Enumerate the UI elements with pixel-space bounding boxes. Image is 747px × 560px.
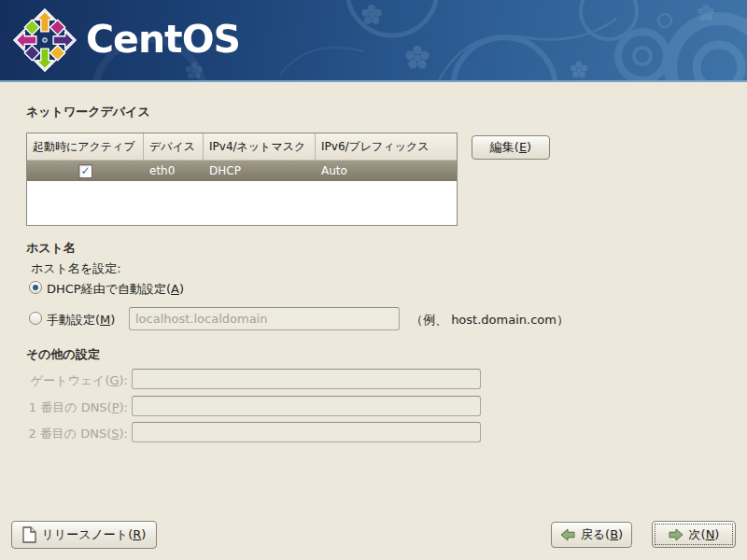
column-header-active[interactable]: 起動時にアクティブ: [27, 133, 144, 160]
gateway-input[interactable]: [132, 369, 481, 389]
table-row[interactable]: ✓ eth0 DHCP Auto: [27, 161, 457, 181]
ipv6-cell: Auto: [316, 164, 457, 177]
column-header-device[interactable]: デバイス: [144, 133, 204, 160]
active-on-boot-checkbox[interactable]: ✓: [78, 164, 92, 178]
column-header-ipv6[interactable]: IPv6/プレフィックス: [316, 133, 457, 160]
hostname-input[interactable]: [129, 307, 400, 330]
column-header-ipv4[interactable]: IPv4/ネットマスク: [204, 133, 316, 160]
manual-radio-label[interactable]: 手動設定(M): [47, 312, 115, 329]
hostname-title: ホスト名: [26, 240, 76, 257]
primary-dns-label: 1 番目の DNS(P):: [0, 399, 128, 416]
brand-wordmark: CentOS: [86, 0, 240, 80]
device-cell: eth0: [144, 164, 204, 177]
back-button[interactable]: 戻る(B): [551, 522, 632, 548]
dhcp-auto-radio-label[interactable]: DHCP経由で自動設定(A): [47, 281, 184, 298]
header-banner: CentOS: [0, 0, 747, 82]
network-device-table: 起動時にアクティブ デバイス IPv4/ネットマスク IPv6/プレフィックス …: [26, 133, 458, 226]
centos-logo-icon: [12, 7, 78, 73]
hostname-subtitle: ホスト名を設定:: [31, 260, 121, 277]
misc-settings-title: その他の設定: [26, 346, 100, 363]
release-notes-label: リリースノート(R): [42, 526, 147, 543]
secondary-dns-input[interactable]: [132, 422, 481, 442]
secondary-dns-label: 2 番目の DNS(S):: [0, 426, 128, 442]
table-header-row: 起動時にアクティブ デバイス IPv4/ネットマスク IPv6/プレフィックス: [27, 133, 457, 161]
next-button[interactable]: 次(N): [652, 521, 736, 548]
network-devices-title: ネットワークデバイス: [26, 104, 150, 120]
dhcp-auto-radio[interactable]: [29, 281, 42, 294]
edit-button[interactable]: 編集(E): [472, 135, 550, 160]
release-notes-button[interactable]: リリースノート(R): [11, 521, 157, 549]
next-arrow-icon: [669, 528, 684, 541]
active-cell: ✓: [27, 164, 144, 178]
hostname-example-text: （例、 host.domain.com）: [411, 312, 569, 329]
back-button-label: 戻る(B): [581, 526, 623, 543]
primary-dns-input[interactable]: [132, 396, 481, 416]
gateway-label: ゲートウェイ(G):: [0, 372, 128, 389]
back-arrow-icon: [560, 528, 575, 541]
edit-button-label: 編集(E): [490, 139, 531, 156]
installer-window: CentOS ネットワークデバイス 起動時にアクティブ デバイス IPv4/ネッ…: [0, 0, 747, 560]
document-icon: [22, 526, 36, 543]
next-button-label: 次(N): [689, 526, 720, 543]
manual-radio[interactable]: [29, 312, 42, 325]
ipv4-cell: DHCP: [204, 164, 316, 177]
